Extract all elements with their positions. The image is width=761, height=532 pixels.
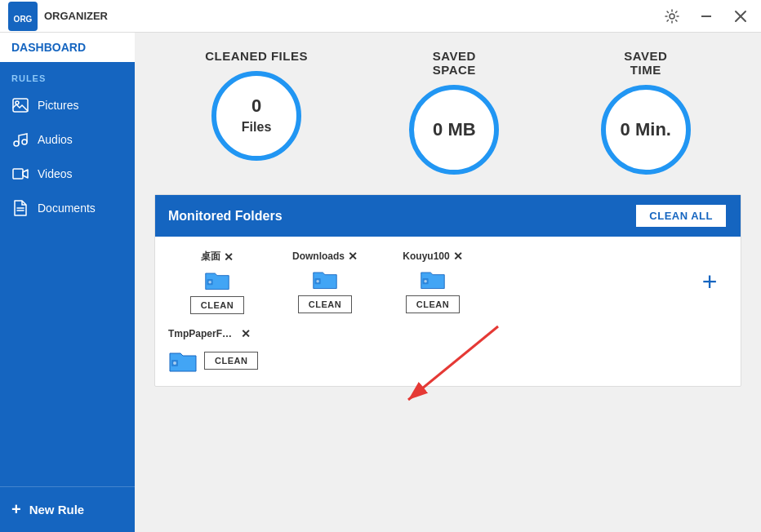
content-area: CLEANED FILES 0 Files SAVEDSPACE 0 MB	[135, 33, 761, 532]
clean-all-button[interactable]: CLEAN ALL	[634, 203, 728, 228]
new-rule-label: New Rule	[29, 503, 85, 516]
folder-close-2[interactable]: ✕	[348, 250, 358, 263]
titlebar-left: ORG ORGANIZER	[8, 2, 108, 31]
folder-top-3: Kouyu100 ✕	[384, 250, 482, 263]
pictures-icon	[11, 96, 29, 114]
add-folder-button[interactable]: +	[692, 264, 728, 300]
close-icon	[733, 9, 748, 24]
svg-point-8	[14, 141, 19, 146]
cleaned-files-value: 0 Files	[242, 96, 271, 135]
svg-point-14	[208, 281, 211, 284]
folder-icon-1	[204, 268, 230, 291]
sidebar-item-documents[interactable]: Documents	[0, 191, 135, 225]
folder-close-1[interactable]: ✕	[224, 250, 234, 264]
folder-item-2: Downloads ✕ CLEAN	[276, 250, 374, 313]
folder-clean-btn-2[interactable]: CLEAN	[298, 295, 352, 313]
stat-saved-space: SAVEDSPACE 0 MB	[409, 49, 499, 175]
folder-clean-btn-3[interactable]: CLEAN	[406, 295, 460, 313]
sidebar-item-videos[interactable]: Videos	[0, 157, 135, 191]
folder-close-3[interactable]: ✕	[453, 250, 463, 263]
close-button[interactable]	[728, 7, 753, 25]
svg-point-20	[173, 361, 176, 365]
monitored-section: Monitored Folders CLEAN ALL 桌面 ✕	[154, 194, 741, 387]
sidebar-item-videos-label: Videos	[38, 167, 73, 180]
svg-point-18	[424, 280, 427, 283]
saved-space-value: 0 MB	[433, 120, 476, 140]
saved-space-label: SAVEDSPACE	[433, 49, 476, 77]
svg-point-9	[22, 140, 27, 144]
folder-clean-btn-1[interactable]: CLEAN	[190, 296, 244, 314]
app-title: ORGANIZER	[44, 10, 108, 22]
sidebar-item-audios-label: Audios	[38, 133, 73, 146]
cleaned-files-circle: 0 Files	[211, 71, 301, 161]
folder-clean-btn-4[interactable]: CLEAN	[204, 352, 258, 370]
folder-top-2: Downloads ✕	[276, 250, 374, 263]
sidebar-item-audios[interactable]: Audios	[0, 122, 135, 157]
sidebar: DASHBOARD RULES Pictures	[0, 33, 135, 532]
main-area: DASHBOARD RULES Pictures	[0, 33, 761, 532]
titlebar-controls	[660, 7, 753, 25]
sidebar-item-documents-label: Documents	[38, 202, 96, 215]
minimize-icon	[699, 9, 714, 24]
folder-top-1: 桌面 ✕	[168, 250, 266, 264]
gear-icon	[665, 9, 679, 24]
titlebar: ORG ORGANIZER	[0, 0, 761, 33]
app-window: ORG ORGANIZER	[0, 0, 761, 532]
sidebar-rules-title: RULES	[0, 62, 135, 88]
folder-close-4[interactable]: ✕	[241, 327, 251, 340]
sidebar-dashboard[interactable]: DASHBOARD	[0, 33, 135, 62]
saved-time-label: SAVEDTIME	[624, 49, 667, 77]
audios-icon	[11, 131, 29, 149]
stat-cleaned-files: CLEANED FILES 0 Files	[205, 49, 308, 175]
monitored-title: Monitored Folders	[168, 209, 283, 224]
folder-icon-row-2	[312, 268, 338, 290]
saved-time-value: 0 Min.	[621, 120, 671, 140]
svg-text:ORG: ORG	[14, 15, 33, 24]
cleaned-files-label: CLEANED FILES	[205, 49, 308, 63]
svg-point-16	[316, 280, 319, 283]
folder-icon-2	[312, 268, 338, 290]
stats-row: CLEANED FILES 0 Files SAVEDSPACE 0 MB	[154, 49, 741, 175]
new-rule-plus-icon: +	[11, 500, 21, 519]
documents-icon	[11, 199, 29, 217]
folder-name-1: 桌面	[201, 250, 220, 264]
folder-name-3: Kouyu100	[403, 250, 449, 262]
monitored-header: Monitored Folders CLEAN ALL	[155, 195, 741, 237]
sidebar-item-pictures[interactable]: Pictures	[0, 88, 135, 122]
settings-button[interactable]	[660, 7, 684, 25]
app-logo: ORG	[8, 2, 38, 31]
videos-icon	[11, 165, 29, 183]
new-rule-button[interactable]: + New Rule	[0, 486, 135, 532]
svg-rect-10	[13, 169, 23, 179]
sidebar-item-pictures-label: Pictures	[38, 99, 79, 112]
saved-time-circle: 0 Min.	[601, 85, 691, 175]
folder-item-3: Kouyu100 ✕ CLEAN	[384, 250, 482, 313]
folders-grid: 桌面 ✕ CLEAN	[155, 237, 741, 386]
folder-icon-row-1	[204, 268, 230, 291]
folder-item-4: TmpPaperFolde ✕ CLEAN	[168, 327, 728, 373]
folder-item-1: 桌面 ✕ CLEAN	[168, 250, 266, 314]
svg-point-2	[670, 14, 674, 19]
folder-name-4: TmpPaperFolde	[168, 328, 238, 339]
folder-icon-row-3	[420, 268, 446, 290]
folder-name-2: Downloads	[292, 250, 345, 262]
stat-saved-time: SAVEDTIME 0 Min.	[601, 49, 691, 175]
minimize-button[interactable]	[694, 7, 719, 25]
folder-icon-3	[420, 268, 446, 290]
saved-space-circle: 0 MB	[409, 85, 499, 175]
svg-rect-3	[701, 16, 711, 17]
folder-icon-4	[168, 348, 198, 373]
